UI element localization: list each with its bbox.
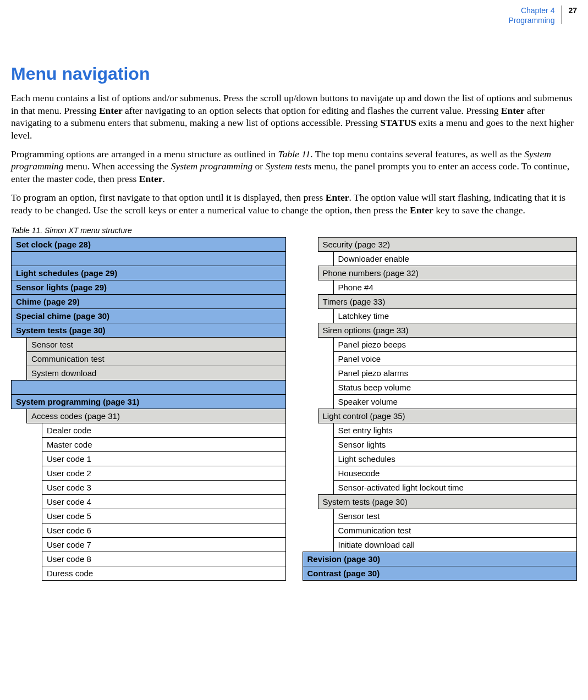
menu-cell: Panel piezo alarms [333,366,577,380]
menu-cell: Housecode [333,466,577,480]
paragraph-3: To program an option, first navigate to … [11,191,577,216]
menu-row: Phone #4 [303,280,577,294]
indent-spacer [303,480,318,494]
menu-cell: Initiate download call [333,537,577,552]
indent-spacer [303,451,318,466]
menu-cell: User code 6 [42,523,286,537]
menu-cell: Light control (page 35) [318,409,577,423]
menu-cell: Set clock (page 28) [12,237,286,251]
chapter-label: Chapter 4 [508,5,554,15]
menu-cell: Sensor test [27,337,286,351]
text: menu. When accessing the [64,161,171,172]
menu-row [12,251,286,266]
menu-cell: Downloader enable [333,251,577,266]
indent-spacer [12,409,27,423]
indent-spacer [12,480,27,494]
indent-spacer [27,437,42,451]
menu-cell: Status beep volume [333,380,577,394]
indent-spacer [303,323,318,337]
header-divider [561,5,562,24]
paragraph-1: Each menu contains a list of options and… [11,92,577,141]
indent-spacer [27,566,42,580]
menu-row: Sensor-activated light lockout time [303,480,577,494]
right-column: Security (page 32)Downloader enablePhone… [303,237,578,581]
menu-row: Light control (page 35) [303,409,577,423]
indent-spacer [318,480,333,494]
indent-spacer [12,437,27,451]
menu-cell: User code 2 [42,466,286,480]
menu-row: Sensor lights [303,437,577,451]
indent-spacer [303,537,318,552]
indent-spacer [318,523,333,537]
indent-spacer [318,537,333,552]
indent-spacer [12,509,27,523]
indent-spacer [12,466,27,480]
menu-cell: Master code [42,437,286,451]
text: or [252,161,265,172]
indent-spacer [318,423,333,437]
indent-spacer [12,451,27,466]
menu-row: User code 7 [12,537,286,552]
indent-spacer [27,480,42,494]
menu-row: Master code [12,437,286,451]
menu-row: System programming (page 31) [12,394,286,409]
menu-cell: Communication test [333,523,577,537]
menu-cell: Revision (page 30) [303,552,577,566]
left-table: Set clock (page 28) Light schedules (pag… [11,237,286,581]
menu-row: User code 8 [12,552,286,566]
menu-row: Revision (page 30) [303,552,577,566]
text-bold: STATUS [380,117,416,128]
indent-spacer [303,337,318,351]
menu-cell: Sensor lights [333,437,577,451]
text-italic: Table 11 [278,148,311,159]
menu-cell: Duress code [42,566,286,580]
menu-cell: Light schedules [333,451,577,466]
indent-spacer [12,523,27,537]
indent-spacer [303,494,318,509]
indent-spacer [303,237,318,251]
menu-cell: Access codes (page 31) [27,409,286,423]
menu-row: Panel piezo beeps [303,337,577,351]
text-bold: Enter [326,192,349,203]
indent-spacer [27,552,42,566]
indent-spacer [12,366,27,380]
paragraph-2: Programming options are arranged in a me… [11,148,577,185]
text: after navigating to an option selects th… [123,105,501,116]
menu-row: User code 4 [12,494,286,509]
indent-spacer [318,280,333,294]
menu-row: Contrast (page 30) [303,566,577,580]
menu-cell: Panel voice [333,351,577,366]
menu-cell: System tests (page 30) [318,494,577,509]
menu-cell: Sensor test [333,509,577,523]
menu-row: Latchkey time [303,308,577,323]
indent-spacer [303,366,318,380]
menu-cell: Light schedules (page 29) [12,266,286,280]
indent-spacer [303,380,318,394]
table-caption: Table 11. Simon XT menu structure [11,226,577,235]
menu-row: User code 3 [12,480,286,494]
menu-row: Set clock (page 28) [12,237,286,251]
menu-cell: Set entry lights [333,423,577,437]
indent-spacer [27,509,42,523]
indent-spacer [303,437,318,451]
menu-row: Duress code [12,566,286,580]
page-header: Chapter 4 Programming 27 [11,5,577,25]
indent-spacer [12,566,27,580]
indent-spacer [318,308,333,323]
indent-spacer [303,409,318,423]
indent-spacer [303,280,318,294]
indent-spacer [318,351,333,366]
indent-spacer [318,451,333,466]
indent-spacer [303,294,318,308]
text: key to save the change. [433,205,525,216]
indent-spacer [318,380,333,394]
menu-cell: System download [27,366,286,380]
menu-row: Downloader enable [303,251,577,266]
menu-cell: Sensor lights (page 29) [12,280,286,294]
menu-row: Sensor lights (page 29) [12,280,286,294]
menu-structure-table: Set clock (page 28) Light schedules (pag… [11,237,577,581]
indent-spacer [27,537,42,552]
menu-cell: Sensor-activated light lockout time [333,480,577,494]
menu-row: User code 2 [12,466,286,480]
menu-row: Timers (page 33) [303,294,577,308]
